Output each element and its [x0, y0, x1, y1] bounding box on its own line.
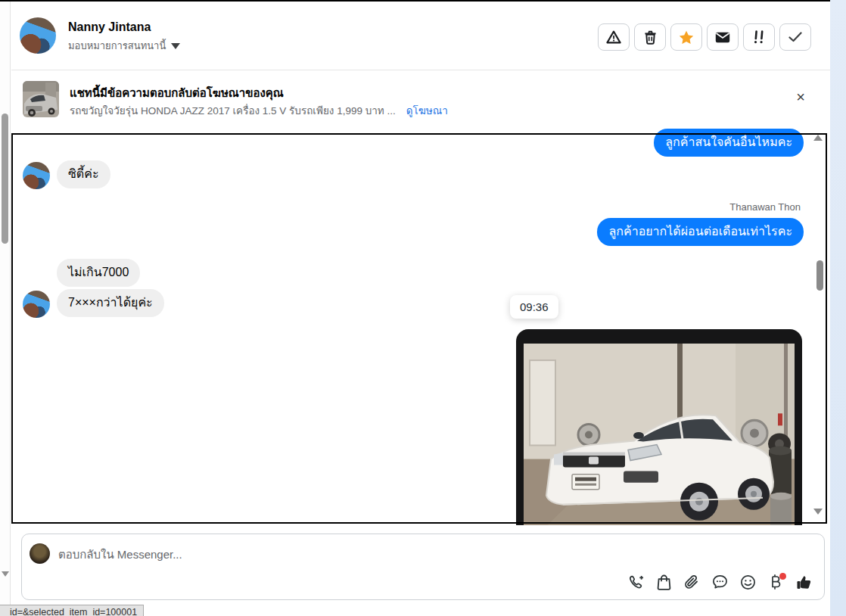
page-scrollbar[interactable] [0, 2, 11, 616]
assign-conversation-label: มอบหมายการสนทนานี้ [68, 38, 166, 54]
shopping-bag-icon [657, 574, 671, 593]
chat-thread: ลูกค้าสนใจคันอื่นไหมคะ ซิตี้ค่ะ Thanawan… [11, 127, 827, 525]
assign-conversation-dropdown[interactable]: มอบหมายการสนทนานี้ [68, 38, 180, 54]
ad-thumbnail-image[interactable] [23, 81, 59, 117]
chat-scrollbar[interactable] [813, 135, 824, 518]
delete-button[interactable] [634, 23, 666, 51]
reply-composer[interactable] [21, 534, 825, 600]
view-ad-link[interactable]: ดูโฆษณา [406, 102, 448, 119]
page-scrollbar-thumb[interactable] [2, 114, 8, 244]
reply-input[interactable] [58, 544, 588, 564]
composer-toolbar [627, 575, 812, 592]
car-photo [524, 344, 795, 525]
message-bubble-incoming[interactable]: 7×××กว่าได้ยุค่ะ [57, 289, 164, 317]
contact-avatar[interactable] [20, 17, 56, 54]
star-icon [679, 30, 694, 45]
page-avatar [30, 543, 50, 564]
warning-triangle-icon [606, 30, 621, 44]
saved-replies-button[interactable] [711, 575, 728, 592]
contact-name: Nanny Jintana [68, 20, 151, 34]
chat-scroll-down-arrow-icon[interactable] [813, 509, 823, 515]
contact-avatar [23, 291, 50, 318]
message-image-attachment[interactable] [516, 329, 802, 525]
chevron-down-icon [171, 43, 180, 49]
message-bubble-outgoing[interactable]: ลูกค้าอยากได้ผ่อนต่อเดือนเท่าไรคะ [597, 218, 804, 246]
smiley-icon [740, 574, 756, 593]
ad-reply-banner: แชทนี้มีข้อความตอบกลับต่อโฆษณาของคุณ รถข… [11, 70, 830, 131]
close-banner-button[interactable]: × [796, 89, 805, 104]
page-scroll-down-arrow-icon[interactable] [2, 571, 9, 577]
notification-dot [779, 573, 786, 580]
payment-button[interactable] [767, 575, 784, 592]
browser-status-bar: _id=&selected_item_id=100001 [0, 605, 144, 616]
message-time-tooltip: 09:36 [510, 295, 558, 319]
thumbs-up-icon [795, 574, 812, 593]
ad-banner-title: แชทนี้มีข้อความตอบกลับต่อโฆษณาของคุณ [70, 84, 284, 102]
star-button[interactable] [670, 23, 702, 51]
chat-scrollbar-thumb[interactable] [816, 260, 823, 291]
call-button[interactable] [627, 575, 644, 592]
mark-done-button[interactable] [779, 23, 811, 51]
close-icon: × [796, 89, 805, 105]
message-bubble-incoming[interactable]: ซิตี้ค่ะ [57, 160, 110, 188]
emoji-button[interactable] [739, 575, 756, 592]
chat-scroll-up-arrow-icon[interactable] [813, 135, 823, 141]
phone-add-icon [628, 574, 644, 593]
comment-dots-icon [712, 574, 728, 593]
paperclip-icon [684, 574, 699, 593]
catalog-button[interactable] [655, 575, 672, 592]
check-icon [788, 32, 802, 42]
report-button[interactable] [598, 23, 630, 51]
header-action-buttons [598, 23, 811, 51]
ad-banner-description: รถขวัญใจวัยรุ่น HONDA JAZZ 2017 เครื่อง … [70, 102, 396, 119]
like-button[interactable] [795, 575, 812, 592]
follow-up-button[interactable] [743, 23, 775, 51]
sender-name-label: Thanawan Thon [729, 201, 801, 213]
envelope-icon [715, 32, 730, 43]
status-url-fragment: _id=&selected_item_id=100001 [5, 607, 137, 616]
page-edge-strip [830, 0, 846, 616]
business-inbox-window: Nanny Jintana มอบหมายการสนทนานี้ [0, 0, 846, 616]
conversation-header: Nanny Jintana มอบหมายการสนทนานี้ [11, 2, 830, 70]
double-exclamation-icon [753, 30, 765, 44]
contact-avatar [23, 162, 50, 189]
message-bubble-incoming[interactable]: ไม่เกิน7000 [57, 259, 140, 287]
attach-file-button[interactable] [683, 575, 700, 592]
mark-unread-button[interactable] [707, 23, 739, 51]
message-bubble-outgoing[interactable]: ลูกค้าสนใจคันอื่นไหมคะ [654, 129, 804, 157]
trash-icon [644, 30, 657, 45]
